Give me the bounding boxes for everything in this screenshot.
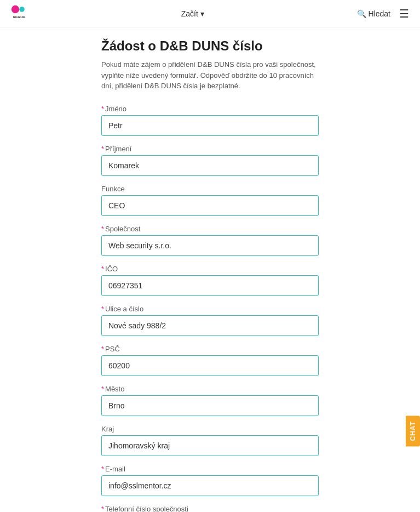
search-label: Hledat	[369, 9, 390, 18]
required-star: *	[101, 385, 104, 393]
menu-button[interactable]: ☰	[399, 7, 409, 20]
logo[interactable]: Bisnode	[11, 5, 28, 22]
field-group-prijmeni: *Příjmení	[101, 145, 319, 176]
field-group-ulice: *Ulice a číslo	[101, 305, 319, 336]
field-group-spolecnost: *Společnost	[101, 225, 319, 256]
required-star: *	[101, 225, 104, 233]
nav-chevron-icon: ▾	[200, 9, 204, 18]
request-form: *Jméno*PříjmeníFunkce*Společnost*IČO*Uli…	[101, 105, 319, 513]
field-group-email: *E-mail	[101, 465, 319, 496]
input-psc[interactable]	[101, 355, 319, 376]
page-description: Pokud máte zájem o přidělení D&B DUNS čí…	[101, 59, 319, 92]
input-funkce[interactable]	[101, 195, 319, 216]
svg-text:Bisnode: Bisnode	[13, 15, 25, 19]
site-header: Bisnode Začít ▾ 🔍 Hledat ☰	[0, 0, 420, 27]
input-email[interactable]	[101, 475, 319, 496]
input-jmeno[interactable]	[101, 115, 319, 136]
required-star: *	[101, 145, 104, 153]
input-ulice[interactable]	[101, 315, 319, 336]
input-prijmeni[interactable]	[101, 155, 319, 176]
field-group-jmeno: *Jméno	[101, 105, 319, 136]
label-prijmeni: *Příjmení	[101, 145, 319, 153]
field-group-ico: *IČO	[101, 265, 319, 296]
required-star: *	[101, 105, 104, 113]
nav-start-label: Začít	[181, 9, 198, 18]
page-title: Žádost o D&B DUNS číslo	[101, 38, 319, 54]
field-group-telefon: *Telefonní číslo společnosti	[101, 505, 319, 513]
search-icon: 🔍	[357, 9, 366, 18]
input-spolecnost[interactable]	[101, 235, 319, 256]
svg-point-0	[11, 5, 19, 13]
field-group-funkce: Funkce	[101, 185, 319, 216]
field-group-mesto: *Město	[101, 385, 319, 416]
label-ulice: *Ulice a číslo	[101, 305, 319, 313]
main-content: Žádost o D&B DUNS číslo Pokud máte zájem…	[0, 27, 420, 512]
required-star: *	[101, 265, 104, 273]
input-mesto[interactable]	[101, 395, 319, 416]
header-right: 🔍 Hledat ☰	[357, 7, 409, 20]
field-group-kraj: Kraj	[101, 425, 319, 456]
required-star: *	[101, 305, 104, 313]
search-button[interactable]: 🔍 Hledat	[357, 9, 390, 18]
label-mesto: *Město	[101, 385, 319, 393]
required-star: *	[101, 465, 104, 473]
field-group-psc: *PSČ	[101, 345, 319, 376]
input-ico[interactable]	[101, 275, 319, 296]
label-funkce: Funkce	[101, 185, 319, 193]
label-email: *E-mail	[101, 465, 319, 473]
label-telefon: *Telefonní číslo společnosti	[101, 505, 319, 513]
required-star: *	[101, 345, 104, 353]
input-kraj[interactable]	[101, 435, 319, 456]
label-spolecnost: *Společnost	[101, 225, 319, 233]
logo-icon: Bisnode	[11, 5, 28, 22]
label-ico: *IČO	[101, 265, 319, 273]
label-kraj: Kraj	[101, 425, 319, 433]
required-star: *	[101, 505, 104, 513]
chat-button[interactable]: CHAT	[406, 416, 420, 446]
svg-point-1	[19, 7, 25, 12]
label-psc: *PSČ	[101, 345, 319, 353]
label-jmeno: *Jméno	[101, 105, 319, 113]
nav-start[interactable]: Začít ▾	[181, 9, 204, 18]
